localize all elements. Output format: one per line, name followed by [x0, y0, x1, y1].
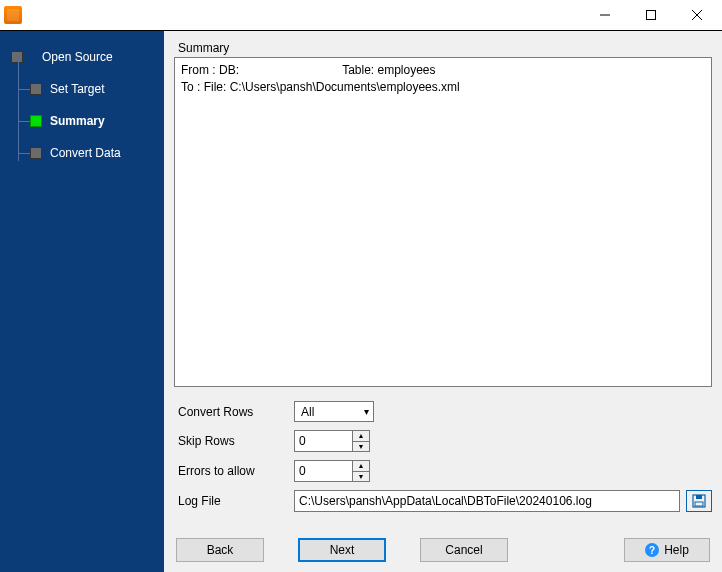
- errors-allow-label: Errors to allow: [174, 464, 294, 478]
- skip-rows-spinner[interactable]: ▲ ▼: [294, 430, 374, 452]
- help-button[interactable]: ? Help: [624, 538, 710, 562]
- step-label: Summary: [50, 114, 105, 128]
- maximize-button[interactable]: [628, 0, 674, 30]
- titlebar: [0, 0, 722, 30]
- back-button[interactable]: Back: [176, 538, 264, 562]
- chevron-down-icon: ▾: [364, 406, 369, 417]
- cancel-button[interactable]: Cancel: [420, 538, 508, 562]
- logfile-browse-button[interactable]: [686, 490, 712, 512]
- step-open-source[interactable]: Open Source: [0, 41, 164, 73]
- options-form: Convert Rows All ▾ Skip Rows ▲ ▼ Errors …: [174, 401, 712, 520]
- svg-rect-5: [696, 495, 702, 499]
- sidebar-connector: [18, 57, 19, 161]
- convert-rows-label: Convert Rows: [174, 405, 294, 419]
- wizard-buttons: Back Next Cancel ? Help: [174, 538, 712, 562]
- wizard-sidebar: Open Source Set Target Summary Convert D…: [0, 31, 164, 572]
- close-button[interactable]: [674, 0, 720, 30]
- step-label: Convert Data: [50, 146, 121, 160]
- summary-textarea[interactable]: From : DB: Table: employees To : File: C…: [174, 57, 712, 387]
- disk-icon: [692, 494, 706, 508]
- help-icon: ?: [645, 543, 659, 557]
- step-convert-data[interactable]: Convert Data: [0, 137, 164, 169]
- spin-up-icon[interactable]: ▲: [352, 460, 370, 471]
- summary-line-from: From : DB: Table: employees: [181, 62, 705, 79]
- step-set-target[interactable]: Set Target: [0, 73, 164, 105]
- svg-rect-1: [647, 11, 656, 20]
- step-label: Set Target: [50, 82, 104, 96]
- app-icon: [4, 6, 22, 24]
- svg-rect-6: [695, 502, 703, 506]
- logfile-input[interactable]: [294, 490, 680, 512]
- step-label: Open Source: [42, 50, 113, 64]
- spin-down-icon[interactable]: ▼: [352, 441, 370, 453]
- errors-allow-input[interactable]: [294, 460, 352, 482]
- logfile-label: Log File: [174, 494, 294, 508]
- spin-up-icon[interactable]: ▲: [352, 430, 370, 441]
- skip-rows-label: Skip Rows: [174, 434, 294, 448]
- spin-down-icon[interactable]: ▼: [352, 471, 370, 483]
- convert-rows-value: All: [301, 405, 314, 419]
- summary-heading: Summary: [178, 41, 712, 55]
- main-panel: Summary From : DB: Table: employees To :…: [164, 31, 722, 572]
- step-summary[interactable]: Summary: [0, 105, 164, 137]
- summary-line-to: To : File: C:\Users\pansh\Documents\empl…: [181, 79, 705, 96]
- minimize-button[interactable]: [582, 0, 628, 30]
- window-controls: [582, 0, 720, 30]
- next-button[interactable]: Next: [298, 538, 386, 562]
- errors-allow-spinner[interactable]: ▲ ▼: [294, 460, 374, 482]
- convert-rows-select[interactable]: All ▾: [294, 401, 374, 422]
- skip-rows-input[interactable]: [294, 430, 352, 452]
